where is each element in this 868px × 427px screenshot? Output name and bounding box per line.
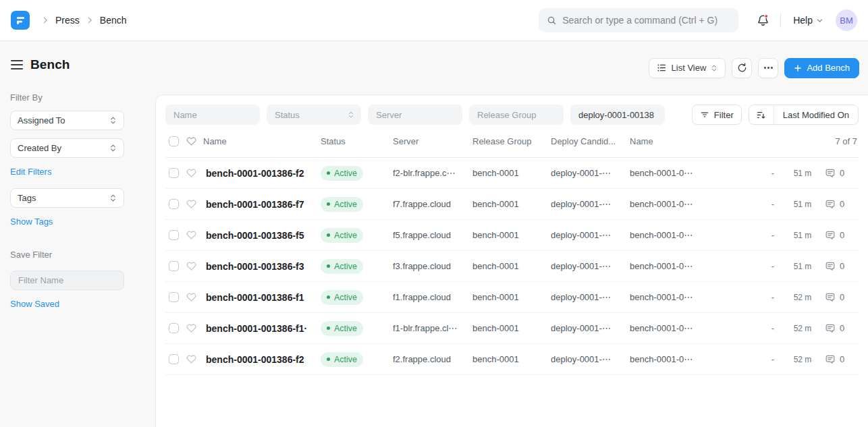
name2-cell: bench-0001-0⋯ bbox=[630, 323, 763, 333]
release-group-cell: bench-0001 bbox=[472, 323, 551, 333]
row-checkbox[interactable] bbox=[169, 292, 179, 302]
status-dot-icon bbox=[327, 358, 330, 361]
bench-name[interactable]: bench-0001-001386-f1 bbox=[203, 292, 321, 303]
favorite-icon[interactable] bbox=[186, 198, 203, 210]
comment-icon bbox=[825, 230, 836, 241]
filter-button[interactable]: Filter bbox=[692, 105, 742, 125]
more-options-button[interactable] bbox=[758, 58, 778, 78]
row-checkbox[interactable] bbox=[169, 354, 179, 364]
status-filter-placeholder: Status bbox=[275, 110, 300, 120]
favorite-icon[interactable] bbox=[186, 229, 203, 241]
comments-cell: 0 bbox=[822, 168, 859, 179]
ellipsis-icon bbox=[764, 67, 773, 69]
breadcrumb-item-bench[interactable]: Bench bbox=[100, 15, 127, 26]
row-checkbox[interactable] bbox=[169, 323, 179, 333]
row-checkbox[interactable] bbox=[169, 261, 179, 271]
deploy-candidate-filter-input[interactable] bbox=[570, 105, 665, 125]
plan-cell: - bbox=[763, 199, 783, 209]
name2-cell: bench-0001-0⋯ bbox=[630, 230, 763, 240]
status-text: Active bbox=[334, 262, 357, 271]
sort-button[interactable]: Last Modified On bbox=[749, 105, 859, 125]
add-bench-button[interactable]: Add Bench bbox=[784, 58, 859, 78]
bench-name[interactable]: bench-0001-001386-f3 bbox=[203, 261, 321, 272]
page-title: Bench bbox=[30, 57, 70, 72]
table-row[interactable]: bench-0001-001386-f1· Active f1-blr.frap… bbox=[165, 313, 859, 344]
release-group-cell: bench-0001 bbox=[472, 199, 551, 209]
favorite-icon[interactable] bbox=[186, 322, 203, 334]
bench-name[interactable]: bench-0001-001386-f2 bbox=[203, 168, 321, 179]
table-row[interactable]: bench-0001-001386-f3 Active f3.frappe.cl… bbox=[165, 251, 859, 282]
header-status: Status bbox=[321, 136, 393, 146]
deploy-candidate-cell: deploy-0001-⋯ bbox=[551, 261, 630, 271]
view-switcher-button[interactable]: List View bbox=[649, 58, 726, 78]
show-saved-link[interactable]: Show Saved bbox=[10, 299, 59, 309]
header-deploy-candidate: Deploy Candid... bbox=[551, 136, 630, 146]
table-row[interactable]: bench-0001-001386-f1 Active f1.frappe.cl… bbox=[165, 282, 859, 313]
comments-cell: 0 bbox=[822, 261, 859, 272]
frappe-logo-icon[interactable] bbox=[11, 11, 30, 30]
show-tags-link[interactable]: Show Tags bbox=[10, 217, 53, 227]
sidebar-toggle-icon[interactable] bbox=[11, 60, 23, 69]
release-group-filter-input[interactable] bbox=[469, 105, 564, 125]
view-label: List View bbox=[672, 63, 707, 73]
server-cell: f2.frappe.cloud bbox=[393, 354, 472, 364]
status-dot-icon bbox=[327, 171, 330, 175]
server-cell: f1-blr.frappe.cl⋯ bbox=[393, 323, 472, 333]
deploy-candidate-cell: deploy-0001-⋯ bbox=[551, 292, 630, 302]
table-row[interactable]: bench-0001-001386-f2 Active f2-blr.frapp… bbox=[165, 158, 859, 189]
plus-icon bbox=[794, 64, 802, 72]
table-row[interactable]: bench-0001-001386-f5 Active f5.frappe.cl… bbox=[165, 220, 859, 251]
table-row[interactable]: bench-0001-001386-f2 Active f2.frappe.cl… bbox=[165, 344, 859, 375]
deploy-candidate-cell: deploy-0001-⋯ bbox=[551, 168, 630, 178]
favorite-icon[interactable] bbox=[186, 167, 203, 179]
status-dot-icon bbox=[327, 326, 330, 330]
status-text: Active bbox=[334, 200, 357, 209]
server-cell: f3.frappe.cloud bbox=[393, 261, 472, 271]
avatar-initials: BM bbox=[840, 16, 853, 26]
name-filter-input[interactable] bbox=[165, 105, 260, 125]
favorite-icon[interactable] bbox=[186, 260, 203, 272]
edit-filters-link[interactable]: Edit Filters bbox=[10, 167, 51, 177]
notification-bell-icon[interactable] bbox=[755, 12, 771, 28]
search-input[interactable] bbox=[562, 15, 730, 26]
chevron-right-icon bbox=[40, 16, 50, 25]
main-area: List View Add Bench bbox=[155, 41, 868, 427]
assigned-to-select[interactable]: Assigned To bbox=[10, 111, 124, 130]
command-search[interactable] bbox=[539, 8, 738, 32]
name2-cell: bench-0001-0⋯ bbox=[630, 292, 763, 302]
filter-by-label: Filter By bbox=[10, 92, 145, 103]
created-by-label: Created By bbox=[18, 143, 61, 153]
breadcrumb-item-press[interactable]: Press bbox=[55, 15, 80, 26]
filter-name-input[interactable] bbox=[10, 271, 124, 290]
select-all-checkbox[interactable] bbox=[169, 136, 179, 146]
favorite-icon[interactable] bbox=[186, 353, 203, 365]
sort-icon bbox=[749, 105, 774, 124]
bench-name[interactable]: bench-0001-001386-f1· bbox=[203, 323, 321, 334]
bench-name[interactable]: bench-0001-001386-f7 bbox=[203, 199, 321, 210]
bench-table: Name Status Server Release Group Deploy … bbox=[165, 125, 859, 375]
navbar-divider bbox=[780, 13, 781, 28]
deploy-candidate-cell: deploy-0001-⋯ bbox=[551, 199, 630, 209]
help-menu[interactable]: Help bbox=[790, 15, 826, 26]
header-server: Server bbox=[393, 136, 472, 146]
favorite-column-icon bbox=[186, 136, 203, 147]
tags-select[interactable]: Tags bbox=[10, 188, 124, 208]
header-name2: Name bbox=[630, 136, 763, 146]
user-avatar[interactable]: BM bbox=[836, 9, 857, 31]
status-badge: Active bbox=[321, 352, 363, 367]
favorite-icon[interactable] bbox=[186, 291, 203, 303]
row-checkbox[interactable] bbox=[169, 168, 179, 178]
assigned-to-label: Assigned To bbox=[18, 115, 65, 125]
refresh-button[interactable] bbox=[732, 58, 752, 78]
row-checkbox[interactable] bbox=[169, 199, 179, 209]
deploy-candidate-cell: deploy-0001-⋯ bbox=[551, 323, 630, 333]
row-checkbox[interactable] bbox=[169, 230, 179, 240]
table-row[interactable]: bench-0001-001386-f7 Active f7.frappe.cl… bbox=[165, 189, 859, 220]
created-by-select[interactable]: Created By bbox=[10, 138, 124, 158]
top-navbar: Press Bench Help BM bbox=[0, 0, 868, 41]
bench-name[interactable]: bench-0001-001386-f5 bbox=[203, 230, 321, 241]
release-group-cell: bench-0001 bbox=[472, 261, 551, 271]
bench-name[interactable]: bench-0001-001386-f2 bbox=[203, 354, 321, 365]
status-filter-select[interactable]: Status bbox=[267, 105, 361, 125]
server-filter-input[interactable] bbox=[368, 105, 462, 125]
